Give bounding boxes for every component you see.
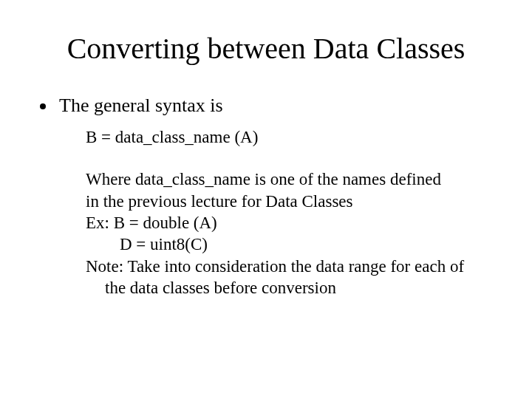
note-line-1: Note: Take into consideration the data r… [86, 256, 497, 277]
slide: Converting between Data Classes The gene… [0, 0, 532, 399]
example-line-1: Ex: B = double (A) [86, 212, 497, 233]
slide-body: The general syntax is B = data_class_nam… [0, 73, 532, 299]
spacer [86, 148, 497, 168]
note-line-2: the data classes before conversion [86, 277, 497, 299]
bullet-list: The general syntax is B = data_class_nam… [35, 94, 497, 299]
where-line-2: in the previous lecture for Data Classes [86, 191, 497, 212]
bullet-item: The general syntax is B = data_class_nam… [56, 94, 497, 299]
example-line-2: D = uint8(C) [86, 233, 497, 255]
where-line-1: Where data_class_name is one of the name… [86, 168, 497, 190]
sub-content: B = data_class_name (A) Where data_class… [59, 126, 497, 299]
syntax-line: B = data_class_name (A) [86, 126, 497, 148]
bullet-text: The general syntax is [59, 95, 223, 116]
slide-title: Converting between Data Classes [0, 0, 532, 73]
